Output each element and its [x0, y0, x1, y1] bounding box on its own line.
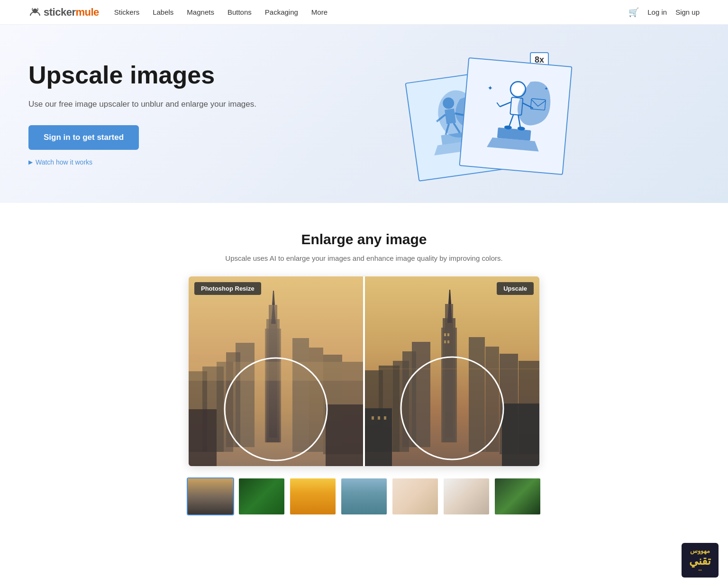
svg-rect-66: [384, 416, 386, 420]
svg-rect-63: [502, 404, 539, 466]
thumbnail-2[interactable]: [238, 477, 285, 515]
thumbnails-row: [184, 477, 544, 525]
thumbnail-3[interactable]: [289, 477, 337, 515]
login-link[interactable]: Log in: [647, 8, 667, 16]
logo[interactable]: stickermule: [28, 6, 99, 18]
svg-rect-49: [444, 333, 446, 336]
hero-title: Upscale images: [28, 62, 275, 89]
svg-text:✦: ✦: [487, 84, 493, 92]
svg-rect-41: [189, 362, 363, 381]
comparison-right-panel: Upscale: [365, 276, 539, 466]
svg-rect-35: [292, 338, 309, 452]
svg-point-0: [33, 9, 37, 13]
hero-cta-button[interactable]: Sign in to get started: [28, 125, 139, 150]
comparison-left-panel: Photoshop Resize: [189, 276, 363, 466]
right-panel-label: Upscale: [497, 282, 534, 295]
svg-rect-59: [485, 347, 499, 452]
svg-line-15: [509, 114, 513, 127]
thumbnail-1[interactable]: [187, 477, 234, 515]
thumbnail-7[interactable]: [494, 477, 541, 515]
nav-stickers[interactable]: Stickers: [114, 8, 139, 16]
svg-rect-39: [189, 409, 217, 466]
svg-rect-51: [444, 340, 446, 343]
comparison-wrapper: Photoshop Resize: [189, 276, 539, 466]
signup-link[interactable]: Sign up: [675, 8, 700, 16]
svg-rect-52: [447, 340, 449, 343]
svg-rect-58: [469, 337, 485, 452]
logo-mule-icon: [28, 7, 42, 18]
nav-more[interactable]: More: [311, 8, 328, 16]
svg-rect-40: [326, 404, 363, 466]
hero-illustration: 8x: [275, 47, 700, 180]
svg-rect-27: [265, 329, 281, 442]
nav-packaging[interactable]: Packaging: [265, 8, 298, 16]
illustration-card-front: ✦ ✦: [459, 57, 572, 175]
right-city-svg: [365, 276, 539, 466]
cart-button[interactable]: 🛒: [628, 7, 639, 18]
nav-labels[interactable]: Labels: [153, 8, 173, 16]
thumbnail-4[interactable]: [340, 477, 388, 515]
svg-rect-50: [447, 333, 449, 336]
hero-content: Upscale images Use our free image upscal…: [28, 62, 275, 166]
navigation: stickermule Stickers Labels Magnets Butt…: [0, 0, 728, 25]
left-panel-label: Photoshop Resize: [194, 282, 261, 295]
svg-rect-65: [378, 416, 380, 420]
svg-line-12: [500, 101, 511, 108]
nav-right: 🛒 Log in Sign up: [628, 7, 700, 18]
thumbnail-5[interactable]: [391, 477, 439, 515]
hero-section: Upscale images Use our free image upscal…: [0, 25, 728, 203]
enlarge-description: Upscale uses AI to enlarge your images a…: [122, 254, 606, 262]
nav-buttons[interactable]: Buttons: [228, 8, 252, 16]
hero-subtitle: Use our free image upscaler to unblur an…: [28, 98, 275, 110]
illustration-svg-front: ✦ ✦: [469, 68, 562, 165]
logo-sticker-text: sticker: [44, 6, 75, 18]
svg-line-13: [497, 102, 500, 107]
logo-mule-text: mule: [75, 6, 99, 18]
svg-rect-46: [441, 328, 457, 442]
svg-rect-3: [445, 109, 456, 124]
left-city-svg: [189, 276, 363, 466]
watch-link[interactable]: Watch how it works: [28, 158, 275, 166]
svg-rect-64: [372, 416, 374, 420]
svg-text:✦: ✦: [544, 86, 548, 92]
thumbnail-6[interactable]: [443, 477, 490, 515]
enlarge-title: Enlarge any image: [122, 231, 606, 248]
svg-point-10: [512, 83, 524, 95]
nav-magnets[interactable]: Magnets: [187, 8, 214, 16]
enlarge-section: Enlarge any image Upscale uses AI to enl…: [103, 203, 625, 539]
nav-links: Stickers Labels Magnets Buttons Packagin…: [114, 8, 628, 16]
